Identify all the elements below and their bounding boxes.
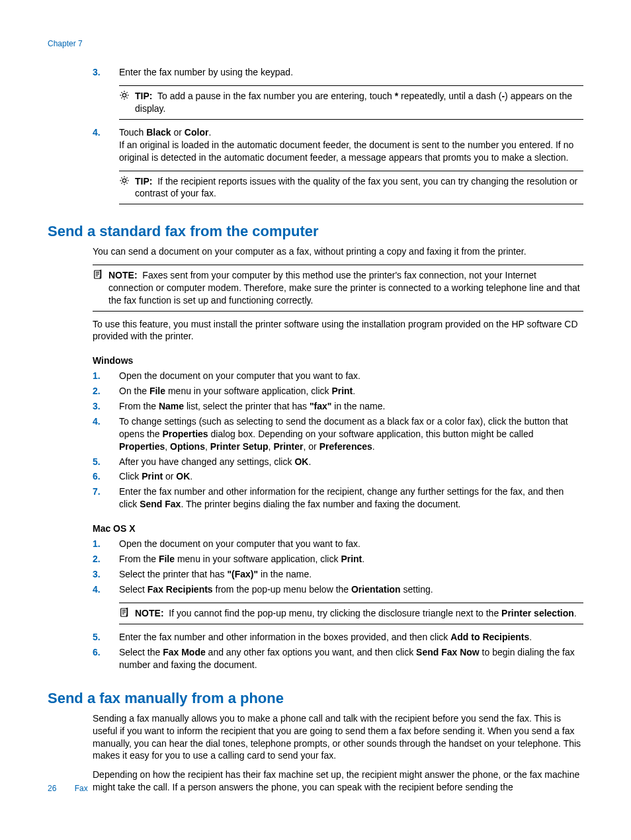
list-item: 3.Select the printer that has "(Fax)" in… xyxy=(93,568,583,581)
tip-icon xyxy=(119,90,135,103)
tip-icon xyxy=(119,175,135,189)
step-text: Touch Black or Color. If an original is … xyxy=(119,126,583,164)
paragraph: To use this feature, you must install th… xyxy=(93,318,583,343)
svg-line-8 xyxy=(126,92,127,93)
windows-steps: 1.Open the document on your computer tha… xyxy=(93,370,583,511)
list-item: 5.Enter the fax number and other informa… xyxy=(93,631,583,644)
step-3: 3. Enter the fax number by using the key… xyxy=(93,66,583,79)
svg-rect-18 xyxy=(95,271,101,278)
svg-line-6 xyxy=(126,97,127,98)
list-item: 2.From the File menu in your software ap… xyxy=(93,553,583,566)
document-page: Chapter 7 3. Enter the fax number by usi… xyxy=(0,0,631,840)
chapter-label: Chapter 7 xyxy=(48,38,583,49)
intro-paragraph: You can send a document on your computer… xyxy=(93,245,583,258)
svg-point-9 xyxy=(122,179,126,182)
page-footer: 26 Fax xyxy=(48,783,88,794)
note-text: NOTE: If you cannot find the pop-up menu… xyxy=(135,607,583,620)
note-callout: NOTE: Faxes sent from your computer by t… xyxy=(93,265,583,312)
list-item: 6.Select the Fax Mode and any other fax … xyxy=(93,646,583,671)
step-text: Enter the fax number by using the keypad… xyxy=(119,66,583,79)
tip-callout: TIP: If the recipient reports issues wit… xyxy=(119,171,583,205)
steps-top-cont: 4. Touch Black or Color. If an original … xyxy=(93,126,583,164)
tip-text: TIP: If the recipient reports issues wit… xyxy=(135,175,583,200)
steps-top: 3. Enter the fax number by using the key… xyxy=(93,66,583,79)
tip-text: TIP: To add a pause in the fax number yo… xyxy=(135,90,583,115)
svg-line-5 xyxy=(121,92,122,93)
list-item: 2.On the File menu in your software appl… xyxy=(93,385,583,398)
svg-line-7 xyxy=(121,97,122,98)
svg-line-15 xyxy=(126,183,127,183)
footer-section: Fax xyxy=(75,784,88,793)
svg-line-14 xyxy=(121,177,122,178)
list-item: 3.From the Name list, select the printer… xyxy=(93,400,583,413)
content-column: 3. Enter the fax number by using the key… xyxy=(93,66,583,204)
subhead-macosx: Mac OS X xyxy=(93,523,583,535)
svg-line-17 xyxy=(126,177,127,178)
mac-steps-cont: 5.Enter the fax number and other informa… xyxy=(93,631,583,671)
note-icon xyxy=(119,607,135,620)
note-callout: NOTE: If you cannot find the pop-up menu… xyxy=(119,603,583,625)
page-number: 26 xyxy=(48,784,56,793)
note-icon xyxy=(93,269,108,282)
list-item: 5.After you have changed any settings, c… xyxy=(93,456,583,468)
svg-rect-22 xyxy=(121,609,127,616)
step-4: 4. Touch Black or Color. If an original … xyxy=(93,126,583,164)
note-text: NOTE: Faxes sent from your computer by t… xyxy=(108,269,583,307)
list-item: 4.Select Fax Recipients from the pop-up … xyxy=(93,583,583,596)
step-number: 4. xyxy=(93,126,119,139)
subhead-windows: Windows xyxy=(93,355,583,367)
list-item: 6.Click Print or OK. xyxy=(93,470,583,483)
svg-point-0 xyxy=(122,93,126,97)
list-item: 7.Enter the fax number and other informa… xyxy=(93,485,583,511)
tip-callout: TIP: To add a pause in the fax number yo… xyxy=(119,85,583,120)
list-item: 4.To change settings (such as selecting … xyxy=(93,415,583,453)
paragraph: Depending on how the recipient has their… xyxy=(93,769,583,794)
paragraph: Sending a fax manually allows you to mak… xyxy=(93,712,583,763)
step-number: 3. xyxy=(93,66,119,79)
svg-line-16 xyxy=(121,183,122,183)
mac-steps: 1.Open the document on your computer tha… xyxy=(93,538,583,596)
heading-send-standard-fax: Send a standard fax from the computer xyxy=(48,222,583,241)
list-item: 1.Open the document on your computer tha… xyxy=(93,538,583,550)
heading-send-fax-manually: Send a fax manually from a phone xyxy=(48,689,583,708)
list-item: 1.Open the document on your computer tha… xyxy=(93,370,583,382)
